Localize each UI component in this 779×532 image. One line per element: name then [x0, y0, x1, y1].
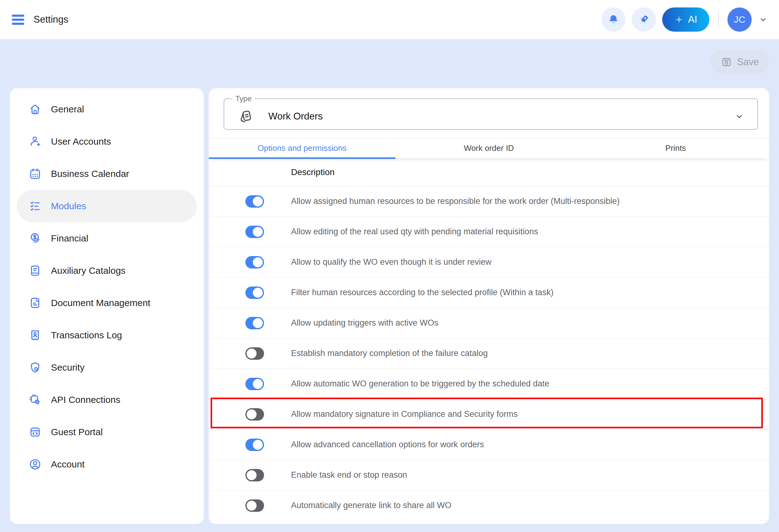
toggle-knob: [247, 348, 256, 358]
permission-row: Allow updating triggers with active WOs: [209, 308, 769, 338]
modules-panel: Type Work Orders: [209, 88, 769, 524]
sidebar-item-label: Auxiliary Catalogs: [51, 265, 125, 276]
menu-icon[interactable]: [12, 15, 24, 25]
home-icon: [28, 103, 42, 116]
sidebar-item-financial[interactable]: Financial: [17, 222, 197, 255]
header-divider: [718, 10, 719, 29]
chip-gear-icon: [28, 393, 42, 406]
permissions-list: Allow assigned human resources to be res…: [209, 186, 769, 524]
save-button[interactable]: Save: [711, 50, 769, 74]
tab-options[interactable]: Options and permissions: [209, 138, 396, 158]
rocket-icon: [638, 13, 650, 26]
sidebar-item-api-connections[interactable]: API Connections: [17, 384, 197, 416]
type-select[interactable]: Work Orders: [224, 103, 757, 130]
permission-description: Allow to qualify the WO even though it i…: [291, 257, 510, 267]
permission-description: Allow advanced cancellation options for …: [291, 440, 502, 450]
permission-description: Allow updating triggers with active WOs: [291, 318, 457, 328]
toggle-knob: [247, 501, 256, 511]
sidebar-item-label: General: [51, 104, 84, 115]
sidebar-item-label: Security: [51, 362, 84, 373]
sidebar-item-modules[interactable]: Modules: [17, 190, 197, 222]
permission-description: Enable task end or stop reason: [291, 470, 426, 480]
toggle-knob: [253, 257, 263, 267]
work-order-icon: [238, 109, 253, 124]
toggle-knob: [253, 318, 263, 328]
toggle-switch[interactable]: [245, 256, 264, 268]
tab-bar: Options and permissionsWork order IDPrin…: [209, 138, 769, 158]
toggle-knob: [253, 288, 263, 298]
tab-label: Options and permissions: [258, 143, 347, 153]
sidebar-item-label: Document Management: [51, 298, 150, 308]
permission-description: Allow automatic WO generation to be trig…: [291, 379, 568, 389]
sidebar-item-label: Transactions Log: [51, 330, 122, 340]
toggle-switch[interactable]: [245, 226, 264, 238]
toggle-switch[interactable]: [245, 378, 264, 390]
avatar[interactable]: JC: [727, 7, 752, 32]
toggle-switch[interactable]: [245, 317, 264, 329]
type-select-field: Type Work Orders: [224, 94, 758, 130]
type-field-label: Type: [232, 94, 255, 103]
permission-row: Establish mandatory completion of the fa…: [209, 338, 769, 369]
top-bar: Settings: [0, 0, 779, 39]
toggle-knob: [247, 470, 256, 480]
calendar-icon: [28, 167, 42, 180]
document-icon: [28, 296, 42, 310]
toggle-knob: [253, 440, 263, 450]
sidebar-item-business-calendar[interactable]: Business Calendar: [17, 158, 197, 190]
tab-label: Prints: [665, 143, 686, 153]
toggle-switch[interactable]: [245, 347, 264, 360]
sidebar-item-user-accounts[interactable]: User Accounts: [17, 125, 197, 158]
user-add-icon: [28, 135, 42, 148]
launch-button[interactable]: [632, 7, 656, 32]
permission-row: Allow assigned human resources to be res…: [209, 186, 769, 217]
permission-description: Automatically generate link to share all…: [291, 501, 470, 510]
toggle-knob: [253, 379, 263, 389]
toggle-switch[interactable]: [245, 469, 264, 481]
tab-label: Work order ID: [464, 143, 514, 153]
user-circle-icon: [28, 458, 42, 471]
permission-row: Enable task end or stop reason: [209, 460, 769, 490]
sidebar-item-auxiliary-catalogs[interactable]: Auxiliary Catalogs: [17, 255, 197, 287]
save-icon: [721, 57, 732, 68]
sidebar-item-guest-portal[interactable]: Guest Portal: [17, 416, 197, 448]
permission-row: Allow automatic WO generation to be trig…: [209, 369, 769, 399]
book-icon: [28, 264, 42, 277]
sidebar-item-general[interactable]: General: [17, 93, 197, 125]
permission-row: Allow to qualify the WO even though it i…: [209, 247, 769, 277]
checklist-icon: [28, 200, 42, 213]
permission-row: Allow advanced cancellation options for …: [209, 429, 769, 460]
avatar-initials: JC: [734, 14, 745, 25]
sidebar-item-document-management[interactable]: Document Management: [17, 287, 197, 319]
permission-row: Allow editing of the real used qty with …: [209, 217, 769, 247]
settings-sidebar: GeneralUser AccountsBusiness CalendarMod…: [10, 88, 204, 524]
permission-description: Allow mandatory signature in Compliance …: [291, 409, 536, 419]
toolbar: Save: [0, 39, 779, 88]
permission-description: Filter human resources according to the …: [291, 288, 572, 297]
sidebar-item-security[interactable]: Security: [17, 351, 197, 384]
sidebar-item-label: User Accounts: [51, 136, 111, 147]
tab-prints[interactable]: Prints: [582, 138, 769, 158]
receipt-user-icon: [28, 329, 42, 342]
sparkle-icon: [674, 15, 684, 24]
sidebar-item-label: Modules: [51, 201, 86, 211]
permission-description: Allow assigned human resources to be res…: [291, 196, 638, 206]
sidebar-item-account[interactable]: Account: [17, 448, 197, 480]
ai-assistant-button[interactable]: AI: [662, 7, 709, 32]
toggle-switch[interactable]: [245, 439, 264, 451]
sidebar-item-transactions-log[interactable]: Transactions Log: [17, 319, 197, 351]
sidebar-item-label: Financial: [51, 233, 88, 244]
tab-work-order-id[interactable]: Work order ID: [396, 138, 582, 158]
chevron-down-icon[interactable]: [759, 15, 768, 24]
description-column-header: Description: [209, 158, 769, 186]
toggle-switch[interactable]: [245, 195, 264, 208]
sidebar-item-label: Business Calendar: [51, 169, 129, 179]
ai-button-label: AI: [688, 14, 697, 25]
toggle-switch[interactable]: [245, 500, 264, 512]
toggle-switch[interactable]: [245, 408, 264, 420]
notifications-button[interactable]: [601, 7, 625, 32]
select-chevron-icon: [734, 112, 744, 121]
toggle-knob: [253, 227, 263, 237]
toggle-switch[interactable]: [245, 286, 264, 299]
browser-code-icon: [28, 425, 42, 439]
sidebar-item-label: Guest Portal: [51, 427, 103, 437]
